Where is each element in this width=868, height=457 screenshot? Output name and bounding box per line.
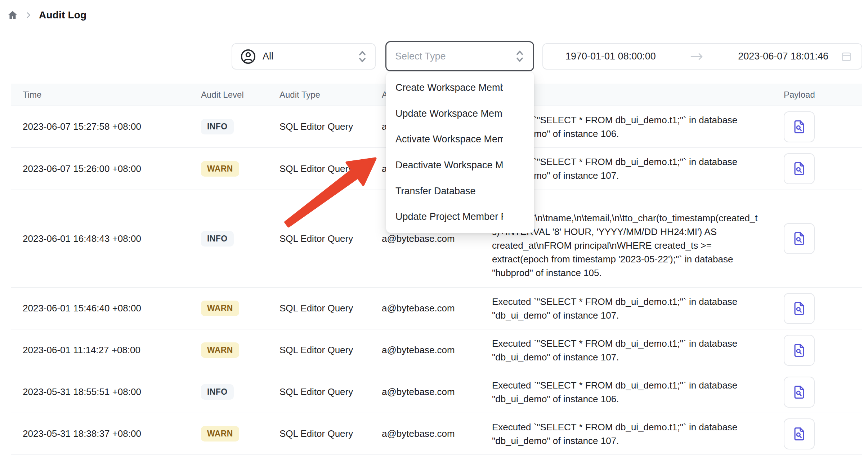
table-row: 2023-05-31 18:55:51 +08:00 INFO SQL Edit… (11, 371, 862, 413)
audit-type-cell: SQL Editor Query (279, 428, 382, 439)
menu-item-deactivate-workspace-member[interactable]: Deactivate Workspace Member (386, 152, 534, 178)
comment-cell: Executed `"SELECT * FROM db_ui_demo.t1;"… (492, 420, 766, 448)
table-row: 2023-06-01 11:14:27 +08:00 WARN SQL Edit… (11, 329, 862, 371)
comment-cell: Executed `"SELECT * FROM db_ui_demo.t1;"… (492, 378, 766, 406)
audit-type-cell: SQL Editor Query (279, 303, 382, 314)
audit-log-page: Audit Log All Select Type 1970-01-01 08:… (0, 0, 868, 457)
audit-level-badge: INFO (201, 384, 234, 400)
audit-level-badge: WARN (201, 301, 239, 316)
comment-cell: Executed `"SELECT * FROM db_ui_demo.t1;"… (492, 295, 766, 322)
view-payload-button[interactable] (784, 111, 815, 142)
audit-level-badge: WARN (201, 161, 239, 177)
view-payload-button[interactable] (784, 335, 815, 366)
arrow-right-icon (690, 52, 704, 62)
menu-item-create-workspace-member[interactable]: Create Workspace Member (386, 75, 534, 101)
actor-cell: a@bytebase.com (382, 345, 492, 356)
table-row: 2023-05-31 18:38:37 +08:00 WARN SQL Edit… (11, 413, 862, 455)
up-down-chevrons-icon (358, 49, 367, 64)
home-icon[interactable] (7, 10, 18, 21)
audit-type-cell: SQL Editor Query (279, 121, 382, 132)
file-search-icon (791, 118, 807, 136)
view-payload-button[interactable] (784, 377, 815, 408)
audit-type-cell: SQL Editor Query (279, 233, 382, 244)
chevron-right-icon (24, 11, 32, 19)
person-circle-icon (240, 49, 256, 65)
audit-type-cell: SQL Editor Query (279, 386, 382, 398)
actor-filter-select[interactable]: All (232, 43, 376, 70)
view-payload-button[interactable] (784, 418, 815, 449)
menu-item-activate-workspace-member[interactable]: Activate Workspace Member (386, 127, 534, 152)
audit-type-select[interactable]: Select Type (385, 41, 534, 71)
time-cell: 2023-06-07 15:27:58 +08:00 (23, 121, 201, 132)
file-search-icon (791, 230, 807, 247)
audit-type-placeholder: Select Type (395, 51, 515, 62)
menu-item-update-workspace-member[interactable]: Update Workspace Member (386, 101, 534, 127)
up-down-chevrons-icon (515, 49, 524, 63)
menu-item-transfer-database[interactable]: Transfer Database (386, 178, 534, 204)
time-cell: 2023-05-31 18:38:37 +08:00 (23, 428, 201, 439)
audit-level-badge: INFO (201, 119, 234, 134)
actor-filter-value: All (263, 51, 351, 62)
view-payload-button[interactable] (784, 293, 815, 324)
actor-cell: a@bytebase.com (382, 233, 492, 244)
column-header-time: Time (23, 90, 201, 100)
time-cell: 2023-06-01 11:14:27 +08:00 (23, 345, 201, 356)
actor-cell: a@bytebase.com (382, 303, 492, 314)
actor-cell: a@bytebase.com (382, 428, 492, 439)
view-payload-button[interactable] (784, 153, 815, 184)
date-range-end[interactable]: 2023-06-07 18:01:46 (738, 51, 828, 62)
column-header-audit-level: Audit Level (201, 90, 279, 100)
calendar-icon (841, 51, 852, 62)
file-search-icon (791, 425, 807, 443)
menu-item-update-project-member-role[interactable]: Update Project Member Role (386, 204, 534, 230)
audit-type-cell: SQL Editor Query (279, 163, 382, 174)
audit-level-badge: WARN (201, 426, 239, 442)
page-title: Audit Log (39, 9, 86, 21)
column-header-audit-type: Audit Type (279, 90, 382, 100)
time-cell: 2023-06-01 15:46:40 +08:00 (23, 303, 201, 314)
time-cell: 2023-06-01 16:48:43 +08:00 (23, 233, 201, 244)
breadcrumb: Audit Log (7, 9, 86, 21)
file-search-icon (791, 300, 807, 317)
time-cell: 2023-06-07 15:26:00 +08:00 (23, 163, 201, 174)
comment-cell: Executed `"SELECT * FROM db_ui_demo.t1;"… (492, 337, 766, 364)
audit-level-badge: INFO (201, 231, 234, 247)
audit-type-dropdown-menu: Create Workspace Member Update Workspace… (386, 72, 534, 233)
column-header-payload: Payload (766, 90, 862, 100)
file-search-icon (791, 342, 807, 359)
audit-level-badge: WARN (201, 342, 239, 358)
actor-cell: a@bytebase.com (382, 386, 492, 398)
table-row: 2023-06-01 15:46:40 +08:00 WARN SQL Edit… (11, 288, 862, 329)
date-range-picker[interactable]: 1970-01-01 08:00:00 2023-06-07 18:01:46 (542, 43, 862, 70)
file-search-icon (791, 383, 807, 401)
file-search-icon (791, 160, 807, 177)
view-payload-button[interactable] (784, 223, 815, 254)
date-range-start[interactable]: 1970-01-01 08:00:00 (565, 51, 656, 62)
time-cell: 2023-05-31 18:55:51 +08:00 (23, 386, 201, 398)
audit-type-cell: SQL Editor Query (279, 345, 382, 356)
